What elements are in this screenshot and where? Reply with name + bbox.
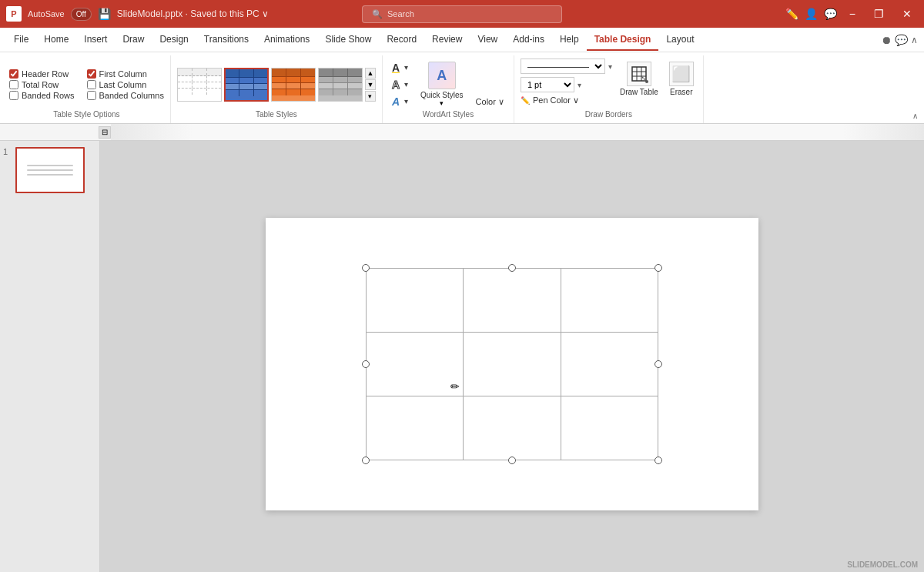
pen-color-button[interactable]: ✏️ Pen Color ∨ [521,95,612,105]
slide-number: 1 [3,147,12,156]
title-bar-left: P AutoSave Off 💾 SlideModel.pptx · Saved… [6,6,310,22]
header-row-checkbox[interactable]: Header Row [9,69,75,79]
slide-lines [27,165,73,176]
tab-help[interactable]: Help [552,29,587,51]
text-effects-button[interactable]: A ▾ [389,94,411,109]
table-style-plain[interactable] [177,68,222,102]
text-style-buttons: A ▾ A ▾ A ▾ [389,60,411,109]
restore-button[interactable]: ❐ [868,6,890,22]
tab-animations[interactable]: Animations [256,29,317,51]
ribbon-collapse-button[interactable]: ∧ [912,112,918,120]
table-style-options-label: Table Style Options [53,110,119,120]
handle-bottom-center[interactable] [508,457,516,464]
table-styles-label: Table Styles [256,110,297,120]
last-column-checkbox[interactable]: Last Column [87,80,164,89]
draw-table-button[interactable]: Draw Table [617,59,661,99]
canvas-table[interactable]: ✏ [366,268,658,460]
ruler-toggle[interactable]: ⊟ [99,126,111,139]
title-bar-center: 🔍 Search [310,5,614,23]
draw-borders-content: ————————— ▾ 1 pt ▾ ✏️ Pen Color ∨ [521,59,697,110]
tab-view[interactable]: View [470,29,505,51]
tab-slideshow[interactable]: Slide Show [317,29,379,51]
text-fill-button[interactable]: A ▾ [389,60,411,75]
wordart-styles-label: WordArt Styles [423,110,474,120]
table-row-1 [367,268,658,332]
search-icon: 🔍 [372,9,383,19]
pen-icon[interactable]: ✏️ [785,8,798,20]
tab-transitions[interactable]: Transitions [196,29,256,51]
draw-cursor: ✏ [450,380,460,393]
close-button[interactable]: ✕ [896,6,918,22]
ribbon-content: Header Row Total Row Banded Rows First C… [0,52,924,123]
tab-file[interactable]: File [6,29,36,51]
autosave-toggle[interactable]: Off [71,8,92,21]
left-checkboxes: Header Row Total Row Banded Rows [9,69,75,100]
table-style-gray[interactable] [318,68,363,102]
color-button[interactable]: Color ∨ [473,94,507,110]
table-row-2: ✏ [367,332,658,396]
handle-top-right[interactable] [654,264,662,272]
eraser-button[interactable]: ⬜ Eraser [666,59,697,99]
app-logo: P [6,6,22,22]
eraser-icon: ⬜ [671,65,691,83]
quick-styles-button[interactable]: A Quick Styles ▾ [417,59,467,110]
pen-style-select[interactable]: ————————— [521,59,605,74]
tab-draw[interactable]: Draw [115,29,152,51]
tab-addins[interactable]: Add-ins [505,29,552,51]
slide-line-2 [27,169,73,171]
tab-record[interactable]: Record [379,29,424,51]
table-style-orange[interactable] [271,68,316,102]
title-bar-right: ✏️ 👤 💬 − ❐ ✕ [614,6,918,22]
banded-rows-checkbox[interactable]: Banded Rows [9,91,75,100]
save-icon[interactable]: 💾 [98,8,111,20]
draw-borders-group: ————————— ▾ 1 pt ▾ ✏️ Pen Color ∨ [514,55,704,123]
filename: SlideModel.pptx · Saved to this PC ∨ [117,8,269,19]
table-styles-group: ▲ ▼ ▾ Table Styles [171,55,383,123]
table-container: ✏ [366,268,658,460]
pen-weight-select[interactable]: 1 pt [521,77,574,92]
tab-review[interactable]: Review [424,29,470,51]
tab-design[interactable]: Design [152,29,196,51]
comments-ribbon-icon[interactable]: 💬 [895,34,908,46]
comment-icon[interactable]: 💬 [824,8,837,20]
draw-borders-label: Draw Borders [585,110,632,120]
scroll-up[interactable]: ▲ [365,68,376,79]
handle-top-center[interactable] [508,264,516,272]
tab-layout[interactable]: Layout [658,29,701,51]
title-bar: P AutoSave Off 💾 SlideModel.pptx · Saved… [0,0,924,28]
minimize-button[interactable]: − [843,6,862,22]
tab-tabledesign[interactable]: Table Design [587,29,659,51]
styles-scroll: ▲ ▼ ▾ [365,68,376,102]
table-styles-content: ▲ ▼ ▾ [177,59,376,110]
svg-point-6 [645,80,648,83]
draw-table-icon [630,65,648,83]
total-row-checkbox[interactable]: Total Row [9,80,75,89]
first-column-checkbox[interactable]: First Column [87,69,164,79]
record-icon: ⏺ [881,34,892,46]
handle-bottom-right[interactable] [654,457,662,464]
share-icon[interactable]: 👤 [805,8,818,20]
text-outline-button[interactable]: A ▾ [389,77,411,92]
scroll-more[interactable]: ▾ [365,91,376,102]
tab-insert[interactable]: Insert [76,29,115,51]
search-box[interactable]: 🔍 Search [362,5,562,23]
ribbon-tabs: File Home Insert Draw Design Transitions… [0,28,924,52]
slide-thumbnail[interactable] [15,147,85,193]
wordart-styles-group: A ▾ A ▾ A ▾ A [383,55,514,123]
handle-middle-right[interactable] [654,360,662,368]
banded-columns-checkbox[interactable]: Banded Columns [87,91,164,100]
watermark: SLIDEMODEL.COM [847,560,918,569]
handle-bottom-left[interactable] [362,457,370,464]
pen-controls: ————————— ▾ 1 pt ▾ ✏️ Pen Color ∨ [521,59,612,105]
right-checkboxes: First Column Last Column Banded Columns [87,69,164,100]
table-style-blue[interactable] [224,68,269,102]
table-style-options-group: Header Row Total Row Banded Rows First C… [3,55,171,123]
wordart-content: A ▾ A ▾ A ▾ A [389,59,507,110]
handle-top-left[interactable] [362,264,370,272]
slide-canvas[interactable]: ✏ [266,218,758,510]
scroll-down[interactable]: ▼ [365,79,376,90]
tab-home[interactable]: Home [36,29,76,51]
slide-line-1 [27,165,73,166]
table-row-3 [367,396,658,460]
expand-icon[interactable]: ∧ [911,35,918,45]
